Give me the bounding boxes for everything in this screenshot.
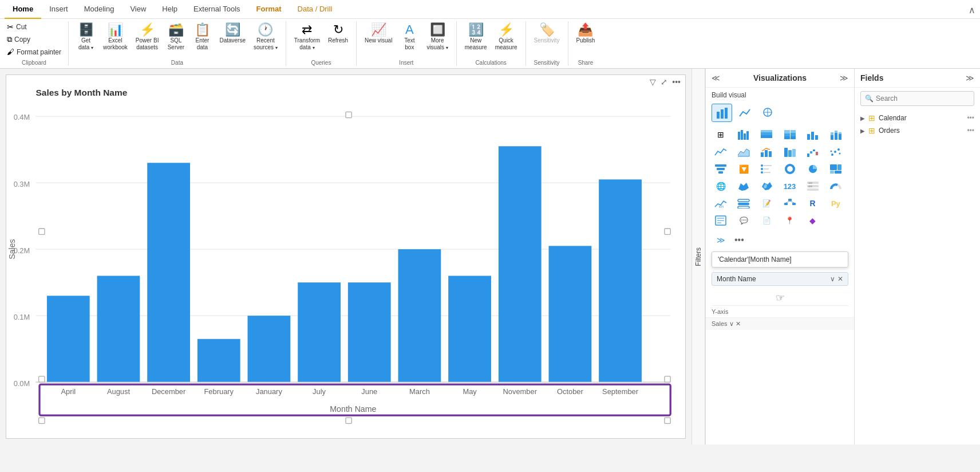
tab-format[interactable]: Format bbox=[248, 0, 290, 19]
viz-treemap[interactable] bbox=[827, 161, 845, 177]
bar-september[interactable] bbox=[599, 179, 642, 382]
viz-panel-collapse-left[interactable]: ≪ bbox=[712, 73, 720, 82]
viz-scatter[interactable] bbox=[827, 144, 845, 160]
cut-button[interactable]: ✂ Cut bbox=[5, 21, 64, 33]
viz-arc-gis[interactable]: ◆ bbox=[804, 213, 822, 229]
quick-measure-button[interactable]: ⚡ Quickmeasure bbox=[492, 21, 521, 53]
tab-home[interactable]: Home bbox=[5, 0, 41, 19]
viz-clustered-column[interactable] bbox=[804, 127, 822, 143]
fields-panel-expand[interactable]: ≫ bbox=[966, 73, 974, 82]
power-bi-datasets-button[interactable]: ⚡ Power BIdatasets bbox=[132, 21, 163, 53]
focus-icon[interactable]: ⤢ bbox=[661, 77, 667, 86]
more-visuals-button[interactable]: 🔲 Morevisuals ▾ bbox=[423, 21, 451, 53]
field-remove-icon[interactable]: ✕ bbox=[837, 275, 843, 283]
x-label-january: January bbox=[256, 387, 282, 396]
more-options-icon[interactable]: ••• bbox=[672, 77, 681, 86]
dataverse-button[interactable]: 🔄 Dataverse bbox=[216, 21, 249, 46]
tab-insert[interactable]: Insert bbox=[41, 0, 76, 19]
viz-type-bar-chart[interactable] bbox=[712, 104, 732, 122]
viz-stacked-bar[interactable] bbox=[757, 127, 776, 143]
sql-server-button[interactable]: 🗃️ SQLServer bbox=[163, 21, 188, 53]
viz-stacked-column[interactable] bbox=[827, 127, 845, 143]
viz-donut[interactable] bbox=[781, 161, 799, 177]
tab-external-tools[interactable]: External Tools bbox=[185, 0, 248, 19]
clipboard-group: ✂ Cut ⧉ Copy 🖌 Format painter Clipboard bbox=[0, 21, 69, 66]
recent-sources-button[interactable]: 🕐 Recentsources ▾ bbox=[250, 21, 281, 53]
enter-data-button[interactable]: 📋 Enterdata bbox=[189, 21, 215, 53]
viz-table[interactable]: ⊞ bbox=[712, 127, 730, 143]
viz-slicer[interactable] bbox=[734, 195, 753, 211]
bar-july[interactable] bbox=[298, 282, 341, 382]
viz-pie[interactable] bbox=[804, 161, 822, 177]
orders-menu-icon[interactable]: ••• bbox=[967, 127, 974, 135]
refresh-button[interactable]: ↻ Refresh bbox=[325, 21, 351, 46]
bar-march[interactable] bbox=[398, 249, 441, 382]
field-group-orders-item[interactable]: ▶ ⊞ Orders ••• bbox=[860, 124, 974, 137]
search-input[interactable] bbox=[860, 91, 974, 106]
field-group-calendar-item[interactable]: ▶ ⊞ Calendar ••• bbox=[860, 112, 974, 124]
publish-button[interactable]: 📤 Publish bbox=[573, 21, 599, 46]
viz-line[interactable] bbox=[712, 144, 730, 160]
excel-button[interactable]: 📊 Excelworkbook bbox=[100, 21, 131, 53]
tab-modeling[interactable]: Modeling bbox=[76, 0, 122, 19]
viz-smart-narrative[interactable]: 📝 bbox=[757, 195, 776, 211]
viz-narrative[interactable]: 📄 bbox=[757, 213, 776, 229]
bar-june[interactable] bbox=[348, 282, 391, 382]
svg-rect-20 bbox=[738, 132, 740, 140]
viz-area[interactable] bbox=[734, 144, 753, 160]
viz-azure-maps[interactable]: 📍 bbox=[781, 213, 799, 229]
bar-january[interactable] bbox=[248, 316, 291, 382]
copy-icon: ⧉ bbox=[7, 35, 12, 44]
viz-paginated-report[interactable] bbox=[712, 213, 730, 229]
viz-funnel[interactable] bbox=[712, 161, 730, 177]
field-chevron-icon[interactable]: ∨ bbox=[830, 275, 835, 283]
viz-r-script[interactable]: R bbox=[804, 195, 822, 211]
bar-august[interactable] bbox=[97, 276, 140, 383]
viz-100pct-stacked[interactable] bbox=[781, 127, 799, 143]
viz-dotplot[interactable] bbox=[757, 161, 776, 177]
viz-shape-map[interactable] bbox=[734, 178, 753, 194]
x-axis-field-item[interactable]: Month Name ∨ ✕ bbox=[712, 272, 848, 286]
bar-february[interactable] bbox=[197, 339, 240, 382]
bar-december[interactable] bbox=[147, 163, 190, 382]
filters-sidebar[interactable]: Filters bbox=[691, 69, 705, 445]
bar-october[interactable] bbox=[549, 246, 592, 382]
bar-april[interactable] bbox=[47, 296, 90, 382]
tab-data-drill[interactable]: Data / Drill bbox=[290, 0, 341, 19]
copy-button[interactable]: ⧉ Copy bbox=[5, 34, 64, 45]
viz-card[interactable]: 123 bbox=[781, 178, 799, 194]
new-visual-button[interactable]: 📈 New visual bbox=[361, 21, 396, 46]
viz-filled-map[interactable] bbox=[757, 178, 776, 194]
new-measure-button[interactable]: 🔢 Newmeasure bbox=[461, 21, 491, 53]
filter-icon[interactable]: ▽ bbox=[650, 77, 656, 86]
viz-map-globe[interactable]: 🌐 bbox=[712, 178, 730, 194]
viz-gauge[interactable] bbox=[827, 178, 845, 194]
svg-point-54 bbox=[837, 148, 840, 151]
viz-filter[interactable]: 🔽 bbox=[734, 161, 753, 177]
viz-panel-expand-right[interactable]: ≫ bbox=[840, 73, 848, 82]
viz-multirow-card[interactable]: 123456 bbox=[804, 178, 822, 194]
viz-ribbon[interactable] bbox=[781, 144, 799, 160]
viz-waterfall[interactable] bbox=[804, 144, 822, 160]
viz-ellipsis[interactable]: ••• bbox=[734, 235, 744, 245]
viz-type-map[interactable] bbox=[757, 104, 778, 122]
tab-view[interactable]: View bbox=[122, 0, 154, 19]
tab-help[interactable]: Help bbox=[154, 0, 185, 19]
viz-ai-visuals[interactable]: ≫ bbox=[712, 232, 730, 248]
viz-qa[interactable]: 💬 bbox=[734, 213, 753, 229]
ribbon-collapse-btn[interactable]: ∧ bbox=[969, 5, 975, 15]
viz-python[interactable]: Py bbox=[827, 195, 845, 211]
format-painter-button[interactable]: 🖌 Format painter bbox=[5, 46, 64, 57]
bar-may[interactable] bbox=[448, 276, 491, 383]
viz-decomposition[interactable] bbox=[781, 195, 799, 211]
viz-type-line-chart[interactable] bbox=[734, 104, 755, 122]
bar-november[interactable] bbox=[499, 146, 542, 382]
viz-line-column[interactable] bbox=[757, 144, 776, 160]
sensitivity-button[interactable]: 🏷️ Sensitivity bbox=[531, 21, 563, 46]
transform-data-button[interactable]: ⇄ Transformdata ▾ bbox=[291, 21, 323, 53]
viz-clustered-bar[interactable] bbox=[734, 127, 753, 143]
get-data-button[interactable]: 🗄️ Getdata ▾ bbox=[73, 21, 98, 53]
calendar-menu-icon[interactable]: ••• bbox=[967, 114, 974, 122]
text-box-button[interactable]: A Textbox bbox=[397, 21, 422, 53]
viz-kpi[interactable]: KPI bbox=[712, 195, 730, 211]
